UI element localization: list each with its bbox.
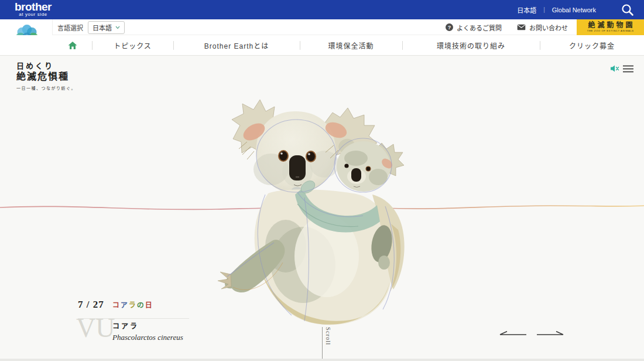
brother-logo-word: brother bbox=[15, 2, 52, 12]
faq-link[interactable]: ? よくあるご質問 bbox=[446, 23, 502, 32]
header-link-japanese[interactable]: 日本語 bbox=[517, 5, 536, 15]
utility-links: ? よくあるご質問 お問い合わせ bbox=[446, 19, 568, 35]
page: brother at your side 日本語 | Global Networ… bbox=[0, 0, 644, 361]
site-title-line2: 絶滅危惧種 bbox=[16, 71, 76, 83]
extinct-zoo-banner[interactable]: 絶滅動物園 THE ZOO OF EXTINCT ANIMALS bbox=[577, 19, 644, 35]
nav-click-donation[interactable]: クリック募金 bbox=[540, 35, 644, 55]
search-icon[interactable] bbox=[621, 3, 635, 17]
bottom-edge bbox=[0, 359, 644, 361]
species-name-ja: コアラ bbox=[112, 321, 183, 331]
extinct-zoo-subtitle: THE ZOO OF EXTINCT ANIMALS bbox=[587, 29, 634, 32]
species-block: コアラ Phascolarctos cinereus bbox=[112, 321, 183, 342]
home-icon bbox=[68, 41, 77, 50]
nav-home[interactable] bbox=[53, 35, 92, 55]
nav-eco-technology[interactable]: 環境技術の取り組み bbox=[402, 35, 540, 55]
nav-about-brother-earth[interactable]: Brother Earthとは bbox=[173, 35, 300, 55]
site-tagline: 一日一種、つながり紡ぐ。 bbox=[16, 85, 76, 91]
nav-topics[interactable]: トピックス bbox=[92, 35, 173, 55]
arrow-left-icon[interactable] bbox=[499, 330, 527, 338]
brother-logo-tagline: at your side bbox=[15, 12, 52, 17]
date-block: 7 / 27 コアラの日 bbox=[78, 299, 153, 311]
header-link-divider: | bbox=[543, 6, 545, 13]
species-name-latin: Phascolarctos cinereus bbox=[112, 333, 183, 342]
header-links: 日本語 | Global Network bbox=[517, 0, 596, 19]
nav-conservation[interactable]: 環境保全活動 bbox=[300, 35, 402, 55]
language-select[interactable]: 日本語 bbox=[88, 21, 125, 34]
header-link-global-network[interactable]: Global Network bbox=[552, 6, 596, 13]
site-title[interactable]: 日めくり 絶滅危惧種 一日一種、つながり紡ぐ。 bbox=[16, 62, 76, 91]
language-select-label: 言語選択 bbox=[57, 23, 83, 32]
chevron-down-icon bbox=[115, 26, 120, 29]
main-nav: トピックス Brother Earthとは 環境保全活動 環境技術の取り組み ク… bbox=[53, 35, 644, 56]
site-title-line1: 日めくり bbox=[16, 62, 76, 71]
arrow-right-icon[interactable] bbox=[536, 330, 564, 338]
menu-icon[interactable] bbox=[623, 65, 633, 73]
koala-illustration bbox=[215, 89, 415, 335]
mail-icon bbox=[517, 24, 526, 30]
global-header: brother at your side 日本語 | Global Networ… bbox=[0, 0, 644, 19]
scroll-label: Scroll bbox=[325, 327, 331, 345]
brother-logo[interactable]: brother at your side bbox=[15, 2, 52, 17]
extinct-zoo-title: 絶滅動物園 bbox=[585, 22, 635, 29]
scroll-indicator: Scroll bbox=[322, 327, 331, 359]
date-label: 7 / 27 bbox=[78, 299, 104, 311]
hero-section: 日めくり 絶滅危惧種 一日一種、つながり紡ぐ。 bbox=[0, 56, 644, 359]
language-select-value: 日本語 bbox=[93, 23, 112, 32]
utility-bar: 言語選択 日本語 ? よくあるご質問 お問い合わせ 絶滅動物園 bbox=[0, 19, 644, 35]
question-icon: ? bbox=[446, 23, 453, 31]
sound-muted-icon[interactable] bbox=[610, 64, 619, 73]
language-area: 言語選択 日本語 bbox=[57, 19, 125, 35]
nav-left-fill bbox=[0, 35, 53, 56]
day-name: コアラの日 bbox=[112, 299, 153, 309]
contact-link[interactable]: お問い合わせ bbox=[517, 23, 568, 32]
redlist-status: VU bbox=[76, 314, 115, 343]
faq-label: よくあるご質問 bbox=[457, 23, 502, 32]
contact-label: お問い合わせ bbox=[529, 23, 568, 32]
